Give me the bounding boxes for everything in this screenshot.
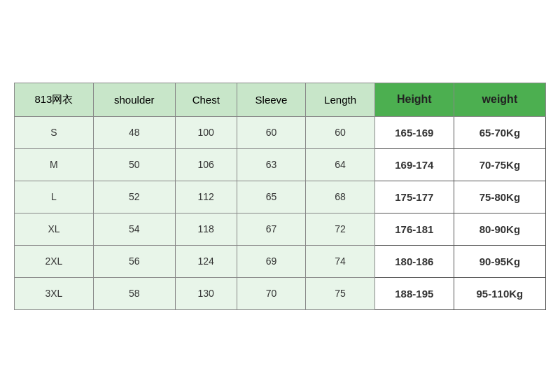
cell-shoulder: 56 [93,245,175,277]
cell-chest: 130 [175,277,237,309]
cell-length: 68 [306,181,375,213]
size-chart-table: 813网衣shoulderChestSleeveLengthHeightweig… [14,83,546,310]
cell-weight: 75-80Kg [454,181,545,213]
cell-length: 60 [306,116,375,148]
table-row: S481006060165-16965-70Kg [15,116,546,148]
cell-sleeve: 65 [237,181,306,213]
cell-shoulder: 54 [93,213,175,245]
cell-height: 180-186 [374,245,454,277]
cell-weight: 90-95Kg [454,245,545,277]
cell-size: 3XL [15,277,94,309]
cell-length: 72 [306,213,375,245]
table-row: L521126568175-17775-80Kg [15,181,546,213]
table-row: 2XL561246974180-18690-95Kg [15,245,546,277]
col-header-shoulder: shoulder [93,83,175,116]
col-header-height: Height [374,83,454,116]
col-header-weight: weight [454,83,545,116]
cell-shoulder: 58 [93,277,175,309]
cell-shoulder: 52 [93,181,175,213]
cell-weight: 80-90Kg [454,213,545,245]
cell-length: 74 [306,245,375,277]
cell-height: 188-195 [374,277,454,309]
cell-size: 2XL [15,245,94,277]
cell-size: M [15,148,94,181]
table-row: M501066364169-17470-75Kg [15,148,546,181]
cell-sleeve: 70 [237,277,306,309]
cell-size: L [15,181,94,213]
cell-weight: 65-70Kg [454,116,545,148]
cell-height: 175-177 [374,181,454,213]
cell-height: 169-174 [374,148,454,181]
cell-height: 176-181 [374,213,454,245]
cell-sleeve: 69 [237,245,306,277]
col-header-chest: Chest [175,83,237,116]
cell-weight: 95-110Kg [454,277,545,309]
cell-shoulder: 48 [93,116,175,148]
table-row: 3XL581307075188-19595-110Kg [15,277,546,309]
cell-shoulder: 50 [93,148,175,181]
table-row: XL541186772176-18180-90Kg [15,213,546,245]
cell-chest: 112 [175,181,237,213]
cell-chest: 118 [175,213,237,245]
cell-chest: 124 [175,245,237,277]
cell-weight: 70-75Kg [454,148,545,181]
cell-sleeve: 63 [237,148,306,181]
cell-sleeve: 67 [237,213,306,245]
cell-size: S [15,116,94,148]
col-header-sleeve: Sleeve [237,83,306,116]
cell-length: 64 [306,148,375,181]
col-header-product: 813网衣 [15,83,94,116]
cell-size: XL [15,213,94,245]
cell-height: 165-169 [374,116,454,148]
cell-sleeve: 60 [237,116,306,148]
size-chart-wrapper: 813网衣shoulderChestSleeveLengthHeightweig… [14,83,546,310]
cell-length: 75 [306,277,375,309]
col-header-length: Length [306,83,375,116]
cell-chest: 106 [175,148,237,181]
cell-chest: 100 [175,116,237,148]
